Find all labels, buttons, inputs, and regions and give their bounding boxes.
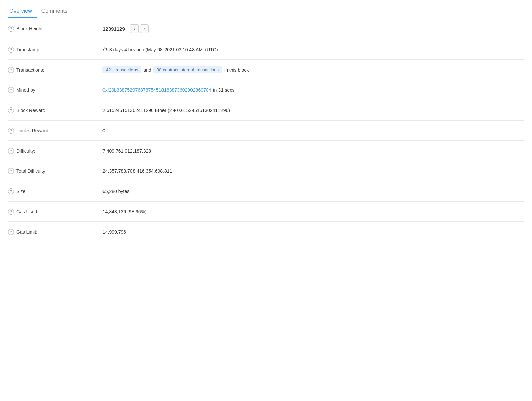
transactions-conjunction: and [143,67,151,73]
label-text-timestamp: Timestamp: [16,47,41,52]
miner-address-link[interactable]: 0xf20b3387529768787545181838736029023607… [102,87,211,93]
row-total-difficulty: ?Total Difficulty:24,357,783,708,416,354… [8,161,524,181]
label-timestamp: ?Timestamp: [8,47,102,53]
label-text-gas-limit: Gas Limit: [16,229,37,235]
prev-block-button[interactable]: ‹ [130,24,139,33]
row-gas-limit: ?Gas Limit:14,999,796 [8,222,524,242]
block-height-value: 12391129 [102,26,125,32]
label-uncles-reward: ?Uncles Reward: [8,128,102,134]
detail-table: ?Block Height:12391129‹›?Timestamp:⏱3 da… [8,18,524,242]
next-block-button[interactable]: › [140,24,149,33]
row-mined-by: ?Mined by:0xf20b338752976878754518183873… [8,80,524,100]
label-transactions: ?Transactions: [8,67,102,73]
transactions-badge[interactable]: 421 transactions [102,66,141,73]
label-text-transactions: Transactions: [16,67,45,73]
tabs-container: OverviewComments [8,0,524,18]
help-icon[interactable]: ? [8,26,14,32]
help-icon[interactable]: ? [8,107,14,113]
gas-limit-value: 14,999,796 [102,229,126,235]
page-container: OverviewComments ?Block Height:12391129‹… [0,0,532,242]
difficulty-value: 7,409,761,012,187,328 [102,148,151,154]
gas-used-value: 14,843,136 (98.96%) [102,209,147,214]
label-size: ?Size: [8,188,102,194]
label-total-difficulty: ?Total Difficulty: [8,168,102,174]
value-difficulty: 7,409,761,012,187,328 [102,148,524,154]
help-icon[interactable]: ? [8,67,14,73]
row-block-reward: ?Block Reward:2.615245151302411296 Ether… [8,100,524,121]
total-difficulty-value: 24,357,783,708,416,354,608,811 [102,168,172,174]
size-value: 65,280 bytes [102,189,129,194]
help-icon[interactable]: ? [8,148,14,154]
row-timestamp: ?Timestamp:⏱3 days 4 hrs ago (May-08-202… [8,39,524,60]
value-size: 65,280 bytes [102,189,524,194]
value-gas-limit: 14,999,796 [102,229,524,235]
tab-comments[interactable]: Comments [40,5,73,18]
label-difficulty: ?Difficulty: [8,148,102,154]
label-text-size: Size: [16,189,27,194]
help-icon[interactable]: ? [8,87,14,93]
label-text-gas-used: Gas Used: [16,209,38,214]
transactions-suffix: in this block [224,67,249,73]
mined-by-suffix: in 31 secs [213,87,234,93]
value-gas-used: 14,843,136 (98.96%) [102,209,524,214]
label-text-block-reward: Block Reward: [16,108,47,113]
row-uncles-reward: ?Uncles Reward:0 [8,121,524,141]
value-timestamp: ⏱3 days 4 hrs ago (May-08-2021 03:10:48 … [102,47,524,52]
row-difficulty: ?Difficulty:7,409,761,012,187,328 [8,141,524,161]
label-text-total-difficulty: Total Difficulty: [16,168,47,174]
value-transactions: 421 transactionsand30 contract internal … [102,66,524,73]
row-gas-used: ?Gas Used:14,843,136 (98.96%) [8,202,524,222]
block-nav-buttons: ‹› [130,24,149,33]
label-block-reward: ?Block Reward: [8,107,102,113]
internal-transactions-badge[interactable]: 30 contract internal transactions [153,66,222,73]
label-text-mined-by: Mined by: [16,87,37,93]
row-block-height: ?Block Height:12391129‹› [8,18,524,39]
help-icon[interactable]: ? [8,229,14,235]
row-size: ?Size:65,280 bytes [8,181,524,202]
label-text-difficulty: Difficulty: [16,148,35,154]
help-icon[interactable]: ? [8,188,14,194]
help-icon[interactable]: ? [8,168,14,174]
label-block-height: ?Block Height: [8,26,102,32]
label-text-uncles-reward: Uncles Reward: [16,128,50,133]
block-reward-value: 2.615245151302411296 Ether (2 + 0.615245… [102,108,230,113]
tab-overview[interactable]: Overview [8,5,37,18]
timestamp-value: 3 days 4 hrs ago (May-08-2021 03:10:48 A… [109,47,218,52]
label-text-block-height: Block Height: [16,26,44,31]
value-mined-by: 0xf20b3387529768787545181838736029023607… [102,87,524,93]
value-block-height: 12391129‹› [102,24,524,33]
uncles-reward-value: 0 [102,128,105,133]
label-mined-by: ?Mined by: [8,87,102,93]
label-gas-limit: ?Gas Limit: [8,229,102,235]
row-transactions: ?Transactions:421 transactionsand30 cont… [8,60,524,80]
help-icon[interactable]: ? [8,47,14,53]
clock-icon: ⏱ [102,47,107,52]
value-total-difficulty: 24,357,783,708,416,354,608,811 [102,168,524,174]
label-gas-used: ?Gas Used: [8,209,102,215]
help-icon[interactable]: ? [8,128,14,134]
value-block-reward: 2.615245151302411296 Ether (2 + 0.615245… [102,108,524,113]
value-uncles-reward: 0 [102,128,524,133]
help-icon[interactable]: ? [8,209,14,215]
